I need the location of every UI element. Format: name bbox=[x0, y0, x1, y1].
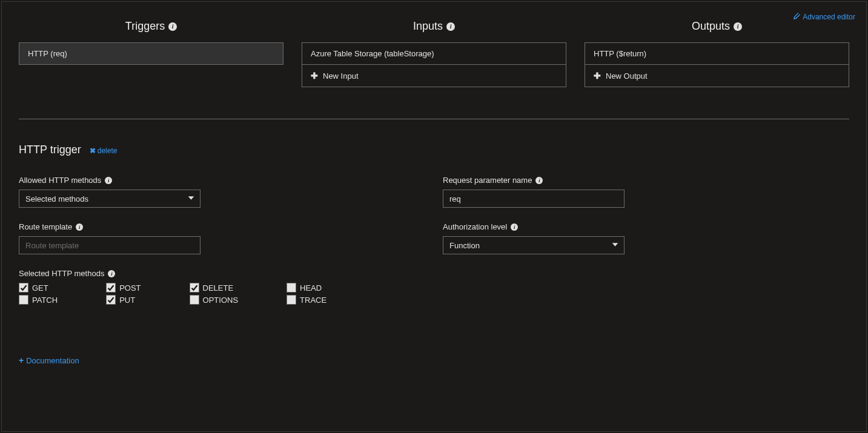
output-item-label: HTTP ($return) bbox=[594, 49, 646, 58]
add-input-label: New Input bbox=[323, 71, 359, 81]
info-icon[interactable]: i bbox=[535, 177, 543, 184]
add-output-label: New Output bbox=[606, 71, 648, 81]
close-icon: ✖ bbox=[90, 147, 96, 155]
info-icon[interactable]: i bbox=[108, 270, 115, 277]
inputs-column: Inputs i Azure Table Storage (tableStora… bbox=[302, 20, 566, 87]
add-input-button[interactable]: ✚ New Input bbox=[302, 65, 566, 87]
allowed-methods-select[interactable]: Selected methods bbox=[19, 190, 200, 208]
checkbox-icon bbox=[287, 283, 296, 293]
plus-icon: ✚ bbox=[594, 71, 601, 81]
checkbox-icon bbox=[19, 295, 28, 305]
checkbox-icon bbox=[19, 283, 28, 293]
checkbox-icon bbox=[287, 295, 296, 305]
delete-label: delete bbox=[98, 147, 118, 155]
documentation-link[interactable]: + Documentation bbox=[19, 355, 79, 365]
route-template-input[interactable] bbox=[19, 236, 200, 254]
documentation-label: Documentation bbox=[26, 356, 79, 365]
checkbox-icon bbox=[106, 283, 116, 293]
checkbox-icon bbox=[190, 295, 199, 305]
outputs-column: Outputs i HTTP ($return) ✚ New Output bbox=[585, 20, 849, 87]
add-output-button[interactable]: ✚ New Output bbox=[585, 65, 849, 87]
inputs-heading-label: Inputs bbox=[413, 20, 443, 33]
auth-level-label: Authorization level i bbox=[443, 222, 830, 231]
section-title: HTTP trigger bbox=[19, 144, 81, 156]
plus-icon: + bbox=[19, 355, 24, 365]
delete-trigger-link[interactable]: ✖ delete bbox=[90, 147, 118, 155]
advanced-editor-label: Advanced editor bbox=[803, 13, 855, 21]
advanced-editor-link[interactable]: Advanced editor bbox=[793, 13, 855, 21]
info-icon[interactable]: i bbox=[168, 22, 177, 31]
inputs-heading: Inputs i bbox=[302, 20, 566, 33]
input-item-label: Azure Table Storage (tableStorage) bbox=[311, 49, 434, 58]
triggers-heading: Triggers i bbox=[19, 20, 283, 33]
output-item-http[interactable]: HTTP ($return) bbox=[585, 42, 849, 65]
request-param-label: Request parameter name i bbox=[443, 176, 830, 185]
checkbox-put[interactable]: PUT bbox=[106, 295, 141, 305]
info-icon[interactable]: i bbox=[734, 22, 742, 31]
info-icon[interactable]: i bbox=[446, 22, 455, 31]
outputs-heading: Outputs i bbox=[585, 20, 849, 33]
outputs-heading-label: Outputs bbox=[692, 20, 730, 33]
info-icon[interactable]: i bbox=[76, 223, 83, 231]
checkbox-post[interactable]: POST bbox=[106, 283, 141, 293]
checkbox-icon bbox=[190, 283, 199, 293]
info-icon[interactable]: i bbox=[105, 177, 112, 184]
auth-level-select[interactable]: Function bbox=[443, 236, 624, 254]
selected-methods-label: Selected HTTP methods i bbox=[19, 269, 406, 278]
divider bbox=[19, 119, 849, 119]
trigger-item-label: HTTP (req) bbox=[28, 49, 67, 58]
edit-icon bbox=[793, 13, 800, 21]
trigger-item-http[interactable]: HTTP (req) bbox=[19, 42, 283, 65]
route-template-label: Route template i bbox=[19, 222, 406, 231]
checkbox-delete[interactable]: DELETE bbox=[190, 283, 239, 293]
info-icon[interactable]: i bbox=[511, 223, 518, 231]
checkbox-icon bbox=[106, 295, 116, 305]
checkbox-trace[interactable]: TRACE bbox=[287, 295, 326, 305]
checkbox-options[interactable]: OPTIONS bbox=[190, 295, 239, 305]
checkbox-get[interactable]: GET bbox=[19, 283, 58, 293]
checkbox-head[interactable]: HEAD bbox=[287, 283, 326, 293]
plus-icon: ✚ bbox=[311, 71, 318, 81]
triggers-heading-label: Triggers bbox=[125, 20, 165, 33]
checkbox-patch[interactable]: PATCH bbox=[19, 295, 58, 305]
triggers-column: Triggers i HTTP (req) bbox=[19, 20, 283, 87]
input-item-tablestorage[interactable]: Azure Table Storage (tableStorage) bbox=[302, 42, 566, 65]
allowed-methods-label: Allowed HTTP methods i bbox=[19, 176, 406, 185]
request-param-input[interactable] bbox=[443, 190, 624, 208]
